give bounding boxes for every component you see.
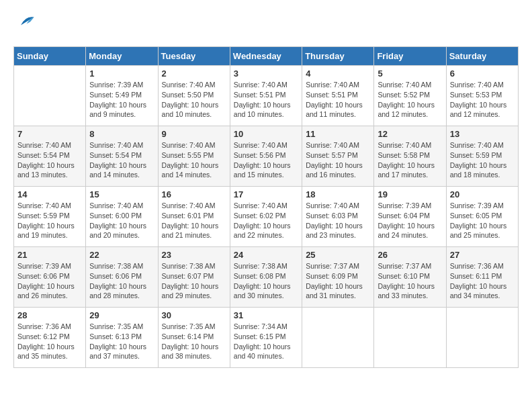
- calendar-cell: 27Sunrise: 7:36 AM Sunset: 6:11 PM Dayli…: [446, 247, 518, 308]
- day-info: Sunrise: 7:37 AM Sunset: 6:10 PM Dayligh…: [378, 261, 442, 301]
- calendar-cell: [14, 66, 86, 126]
- day-info: Sunrise: 7:34 AM Sunset: 6:15 PM Dayligh…: [234, 322, 298, 361]
- day-number: 20: [450, 189, 515, 199]
- calendar-cell: 12Sunrise: 7:40 AM Sunset: 5:58 PM Dayli…: [374, 126, 446, 187]
- day-info: Sunrise: 7:40 AM Sunset: 5:51 PM Dayligh…: [306, 80, 370, 120]
- day-number: 14: [17, 189, 82, 199]
- logo: [13, 13, 35, 36]
- calendar-cell: 25Sunrise: 7:37 AM Sunset: 6:09 PM Dayli…: [302, 247, 374, 308]
- day-number: 26: [378, 250, 442, 260]
- calendar-cell: 18Sunrise: 7:40 AM Sunset: 6:03 PM Dayli…: [302, 187, 374, 247]
- calendar-cell: 26Sunrise: 7:37 AM Sunset: 6:10 PM Dayli…: [374, 247, 446, 308]
- calendar-cell: 15Sunrise: 7:40 AM Sunset: 6:00 PM Dayli…: [86, 187, 158, 247]
- column-header-friday: Friday: [374, 47, 446, 66]
- day-number: 29: [89, 310, 154, 320]
- calendar-cell: [374, 308, 446, 368]
- day-number: 8: [89, 129, 154, 139]
- day-info: Sunrise: 7:40 AM Sunset: 5:59 PM Dayligh…: [17, 201, 82, 240]
- day-number: 1: [89, 68, 154, 79]
- calendar-cell: 31Sunrise: 7:34 AM Sunset: 6:15 PM Dayli…: [230, 308, 302, 368]
- day-info: Sunrise: 7:40 AM Sunset: 5:55 PM Dayligh…: [162, 140, 226, 180]
- day-info: Sunrise: 7:38 AM Sunset: 6:06 PM Dayligh…: [89, 261, 154, 301]
- calendar-cell: [446, 308, 518, 368]
- day-info: Sunrise: 7:40 AM Sunset: 5:54 PM Dayligh…: [89, 140, 154, 180]
- calendar-cell: 1Sunrise: 7:39 AM Sunset: 5:49 PM Daylig…: [86, 66, 158, 126]
- day-number: 10: [234, 129, 298, 139]
- calendar-cell: 17Sunrise: 7:40 AM Sunset: 6:02 PM Dayli…: [230, 187, 302, 247]
- calendar-cell: 20Sunrise: 7:39 AM Sunset: 6:05 PM Dayli…: [446, 187, 518, 247]
- calendar-week-row: 1Sunrise: 7:39 AM Sunset: 5:49 PM Daylig…: [14, 66, 519, 126]
- day-number: 30: [162, 310, 226, 320]
- column-header-monday: Monday: [86, 47, 158, 66]
- column-header-sunday: Sunday: [14, 47, 86, 66]
- day-number: 19: [378, 189, 442, 199]
- calendar-cell: 22Sunrise: 7:38 AM Sunset: 6:06 PM Dayli…: [86, 247, 158, 308]
- calendar-week-row: 7Sunrise: 7:40 AM Sunset: 5:54 PM Daylig…: [14, 126, 519, 187]
- calendar-cell: [302, 308, 374, 368]
- day-info: Sunrise: 7:40 AM Sunset: 6:03 PM Dayligh…: [306, 201, 370, 240]
- day-info: Sunrise: 7:35 AM Sunset: 6:13 PM Dayligh…: [89, 322, 154, 361]
- calendar-cell: 11Sunrise: 7:40 AM Sunset: 5:57 PM Dayli…: [302, 126, 374, 187]
- day-info: Sunrise: 7:39 AM Sunset: 5:49 PM Dayligh…: [89, 80, 154, 120]
- calendar-cell: 30Sunrise: 7:35 AM Sunset: 6:14 PM Dayli…: [158, 308, 230, 368]
- day-info: Sunrise: 7:36 AM Sunset: 6:11 PM Dayligh…: [450, 261, 515, 301]
- calendar-cell: 29Sunrise: 7:35 AM Sunset: 6:13 PM Dayli…: [86, 308, 158, 368]
- calendar-cell: 10Sunrise: 7:40 AM Sunset: 5:56 PM Dayli…: [230, 126, 302, 187]
- day-number: 18: [306, 189, 370, 199]
- calendar-cell: 3Sunrise: 7:40 AM Sunset: 5:51 PM Daylig…: [230, 66, 302, 126]
- calendar-cell: 28Sunrise: 7:36 AM Sunset: 6:12 PM Dayli…: [14, 308, 86, 368]
- day-number: 23: [162, 250, 226, 260]
- page-header: [13, 13, 519, 36]
- calendar-week-row: 14Sunrise: 7:40 AM Sunset: 5:59 PM Dayli…: [14, 187, 519, 247]
- day-info: Sunrise: 7:39 AM Sunset: 6:05 PM Dayligh…: [450, 201, 515, 240]
- calendar-week-row: 28Sunrise: 7:36 AM Sunset: 6:12 PM Dayli…: [14, 308, 519, 368]
- day-number: 21: [17, 250, 82, 260]
- column-header-thursday: Thursday: [302, 47, 374, 66]
- day-info: Sunrise: 7:40 AM Sunset: 5:54 PM Dayligh…: [17, 140, 82, 180]
- day-number: 5: [378, 68, 442, 79]
- calendar-cell: 21Sunrise: 7:39 AM Sunset: 6:06 PM Dayli…: [14, 247, 86, 308]
- day-info: Sunrise: 7:40 AM Sunset: 5:56 PM Dayligh…: [234, 140, 298, 180]
- calendar-week-row: 21Sunrise: 7:39 AM Sunset: 6:06 PM Dayli…: [14, 247, 519, 308]
- day-number: 12: [378, 129, 442, 139]
- day-info: Sunrise: 7:40 AM Sunset: 5:57 PM Dayligh…: [306, 140, 370, 180]
- calendar-cell: 13Sunrise: 7:40 AM Sunset: 5:59 PM Dayli…: [446, 126, 518, 187]
- day-number: 27: [450, 250, 515, 260]
- day-info: Sunrise: 7:37 AM Sunset: 6:09 PM Dayligh…: [306, 261, 370, 301]
- day-info: Sunrise: 7:40 AM Sunset: 5:51 PM Dayligh…: [234, 80, 298, 120]
- day-number: 9: [162, 129, 226, 139]
- calendar-cell: 6Sunrise: 7:40 AM Sunset: 5:53 PM Daylig…: [446, 66, 518, 126]
- column-header-wednesday: Wednesday: [230, 47, 302, 66]
- calendar-cell: 16Sunrise: 7:40 AM Sunset: 6:01 PM Dayli…: [158, 187, 230, 247]
- calendar-cell: 24Sunrise: 7:38 AM Sunset: 6:08 PM Dayli…: [230, 247, 302, 308]
- day-number: 24: [234, 250, 298, 260]
- day-number: 7: [17, 129, 82, 139]
- day-info: Sunrise: 7:40 AM Sunset: 5:58 PM Dayligh…: [378, 140, 442, 180]
- day-number: 3: [234, 68, 298, 79]
- day-info: Sunrise: 7:38 AM Sunset: 6:08 PM Dayligh…: [234, 261, 298, 301]
- calendar-cell: 23Sunrise: 7:38 AM Sunset: 6:07 PM Dayli…: [158, 247, 230, 308]
- day-info: Sunrise: 7:40 AM Sunset: 5:52 PM Dayligh…: [378, 80, 442, 120]
- day-number: 11: [306, 129, 370, 139]
- day-info: Sunrise: 7:40 AM Sunset: 5:50 PM Dayligh…: [162, 80, 226, 120]
- calendar-cell: 9Sunrise: 7:40 AM Sunset: 5:55 PM Daylig…: [158, 126, 230, 187]
- day-info: Sunrise: 7:35 AM Sunset: 6:14 PM Dayligh…: [162, 322, 226, 361]
- day-number: 22: [89, 250, 154, 260]
- day-info: Sunrise: 7:40 AM Sunset: 6:00 PM Dayligh…: [89, 201, 154, 240]
- calendar-cell: 14Sunrise: 7:40 AM Sunset: 5:59 PM Dayli…: [14, 187, 86, 247]
- calendar-table: SundayMondayTuesdayWednesdayThursdayFrid…: [13, 46, 519, 368]
- day-info: Sunrise: 7:40 AM Sunset: 6:01 PM Dayligh…: [162, 201, 226, 240]
- calendar-header-row: SundayMondayTuesdayWednesdayThursdayFrid…: [14, 47, 519, 66]
- calendar-cell: 4Sunrise: 7:40 AM Sunset: 5:51 PM Daylig…: [302, 66, 374, 126]
- calendar-cell: 2Sunrise: 7:40 AM Sunset: 5:50 PM Daylig…: [158, 66, 230, 126]
- day-number: 28: [17, 310, 82, 320]
- logo-bird-icon: [16, 13, 35, 32]
- day-info: Sunrise: 7:39 AM Sunset: 6:06 PM Dayligh…: [17, 261, 82, 301]
- column-header-tuesday: Tuesday: [158, 47, 230, 66]
- day-number: 15: [89, 189, 154, 199]
- day-info: Sunrise: 7:40 AM Sunset: 6:02 PM Dayligh…: [234, 201, 298, 240]
- day-number: 17: [234, 189, 298, 199]
- calendar-cell: 5Sunrise: 7:40 AM Sunset: 5:52 PM Daylig…: [374, 66, 446, 126]
- day-info: Sunrise: 7:36 AM Sunset: 6:12 PM Dayligh…: [17, 322, 82, 361]
- day-info: Sunrise: 7:40 AM Sunset: 5:59 PM Dayligh…: [450, 140, 515, 180]
